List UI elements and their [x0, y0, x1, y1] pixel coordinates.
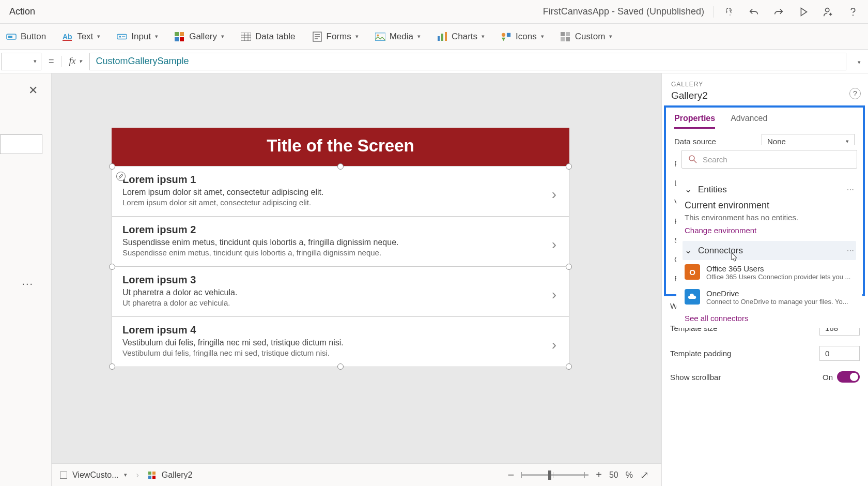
screen-title: Title of the Screen	[112, 128, 569, 166]
undo-icon[interactable]	[748, 6, 760, 18]
item-body: Suspendisse enim metus, tincidunt quis l…	[122, 248, 559, 257]
ribbon-forms-label: Forms	[327, 32, 351, 42]
cursor-icon	[730, 252, 738, 263]
ribbon-charts[interactable]: Charts▾	[437, 32, 485, 42]
zoom-out-icon[interactable]: −	[507, 468, 514, 482]
search-placeholder: Search	[703, 155, 727, 164]
ribbon-input-label: Input	[131, 32, 151, 42]
datasource-popup: Search ⌄ Entities ··· Current environmen…	[676, 145, 862, 328]
ribbon-custom[interactable]: Custom▾	[561, 32, 613, 42]
section-connectors[interactable]: ⌄ Connectors ···	[683, 241, 856, 260]
app-checker-icon[interactable]	[725, 7, 735, 17]
svg-point-8	[119, 36, 121, 38]
change-environment-link[interactable]: Change environment	[683, 225, 856, 236]
charts-icon	[437, 32, 447, 42]
ribbon-charts-label: Charts	[452, 32, 477, 42]
connector-title: OneDrive	[706, 289, 848, 298]
ribbon-gallery[interactable]: Gallery▾	[175, 32, 224, 42]
panel-help-icon[interactable]: ?	[849, 88, 861, 99]
formula-input[interactable]: CustomGallerySample	[89, 53, 846, 70]
gallery-control[interactable]: Lorem ipsum 1 Lorem ipsum dolor sit amet…	[112, 166, 569, 367]
chevron-right-icon[interactable]: ›	[552, 236, 556, 253]
templatepadding-value: 0	[825, 349, 829, 358]
prop-label-templatepadding: Template padding	[670, 349, 731, 358]
play-icon[interactable]	[798, 6, 809, 18]
item-title: Lorem ipsum 3	[122, 274, 559, 286]
share-user-icon[interactable]	[823, 6, 834, 18]
office365-icon: O	[685, 264, 700, 280]
close-icon[interactable]: ✕	[28, 84, 38, 97]
ribbon-button-label: Button	[21, 32, 46, 42]
svg-rect-10	[180, 32, 184, 36]
more-icon[interactable]: ···	[847, 246, 854, 256]
more-icon[interactable]: ···	[847, 185, 854, 195]
chevron-right-icon[interactable]: ›	[552, 286, 556, 303]
breadcrumb-screen[interactable]: ViewCusto... ▾	[60, 470, 127, 480]
document-state: FirstCanvasApp - Saved (Unpublished)	[543, 6, 704, 17]
search-icon	[688, 155, 698, 164]
connector-onedrive[interactable]: OneDrive Connect to OneDrive to manage y…	[683, 285, 856, 310]
svg-rect-9	[175, 32, 179, 36]
ribbon-tab-action[interactable]: Action	[9, 6, 35, 17]
redo-icon[interactable]	[773, 6, 784, 18]
ribbon-input[interactable]: Input▾	[117, 32, 158, 42]
left-panel-box[interactable]	[0, 134, 42, 154]
svg-point-0	[730, 14, 731, 16]
chevron-right-icon[interactable]: ›	[552, 337, 556, 353]
screen-icon	[60, 472, 67, 479]
property-selector[interactable]: ▾	[1, 53, 41, 70]
gallery-item[interactable]: Lorem ipsum 2 Suspendisse enim metus, ti…	[112, 217, 569, 267]
ribbon-gallery-label: Gallery	[189, 32, 217, 42]
ribbon-forms[interactable]: Forms▾	[312, 32, 359, 42]
breadcrumb-label: Gallery2	[162, 470, 193, 480]
help-icon[interactable]	[847, 6, 859, 18]
breadcrumb-label: ViewCusto...	[72, 470, 119, 480]
fx-label[interactable]: fx▾	[61, 56, 89, 67]
svg-rect-22	[561, 32, 565, 36]
gallery-item[interactable]: Lorem ipsum 4 Vestibulum dui felis, frin…	[112, 317, 569, 367]
zoom-in-icon[interactable]: +	[596, 469, 602, 481]
svg-rect-23	[566, 32, 570, 36]
datatable-icon	[241, 32, 251, 42]
item-body: Lorem ipsum dolor sit amet, consectetur …	[122, 198, 559, 207]
formula-expand-icon[interactable]: ▾	[850, 57, 868, 66]
ribbon-custom-label: Custom	[575, 32, 606, 42]
zoom-unit: %	[626, 470, 633, 480]
ribbon-icons[interactable]: Icons▾	[501, 32, 544, 42]
svg-rect-11	[175, 37, 179, 41]
canvas-screen[interactable]: Title of the Screen Lorem ipsum 1 Lorem …	[112, 128, 569, 367]
edit-pencil-icon[interactable]	[116, 172, 126, 181]
ribbon-datatable-label: Data table	[255, 32, 296, 42]
tab-properties[interactable]: Properties	[674, 114, 715, 129]
fullscreen-icon[interactable]: ⤢	[640, 469, 649, 481]
section-entities[interactable]: ⌄ Entities ···	[683, 180, 856, 199]
item-subtitle: Suspendisse enim metus, tincidunt quis l…	[122, 238, 559, 247]
chevron-right-icon[interactable]: ›	[552, 186, 556, 203]
ribbon-text[interactable]: Ab Text▾	[63, 32, 100, 42]
env-note: This environment has no entities.	[683, 213, 856, 225]
breadcrumb-control[interactable]: Gallery2	[148, 470, 193, 480]
datasource-search[interactable]: Search	[681, 150, 857, 169]
ribbon-button[interactable]: Button	[6, 32, 46, 42]
input-icon	[117, 32, 127, 42]
ribbon-media-label: Media	[390, 32, 413, 42]
zoom-percent: 50	[609, 470, 618, 480]
more-icon[interactable]: ···	[22, 278, 34, 290]
ribbon-media[interactable]: Media▾	[375, 32, 421, 42]
onedrive-icon	[685, 289, 700, 305]
svg-rect-25	[566, 37, 570, 41]
see-all-connectors-link[interactable]: See all connectors	[683, 313, 856, 324]
section-label: Entities	[698, 185, 727, 195]
gallery-item[interactable]: Lorem ipsum 1 Lorem ipsum dolor sit amet…	[112, 166, 569, 217]
showscrollbar-toggle[interactable]	[837, 371, 860, 383]
svg-rect-12	[180, 37, 184, 41]
templatepadding-input[interactable]: 0	[819, 346, 860, 361]
equals-sign: =	[41, 56, 61, 67]
svg-rect-21	[507, 33, 510, 36]
tab-advanced[interactable]: Advanced	[731, 114, 767, 129]
connector-office365[interactable]: O Office 365 Users Office 365 Users Conn…	[683, 260, 856, 285]
gallery-item[interactable]: Lorem ipsum 3 Ut pharetra a dolor ac veh…	[112, 267, 569, 317]
ribbon-datatable[interactable]: Data table	[241, 32, 296, 42]
zoom-slider[interactable]	[521, 474, 588, 476]
item-title: Lorem ipsum 2	[122, 224, 559, 236]
